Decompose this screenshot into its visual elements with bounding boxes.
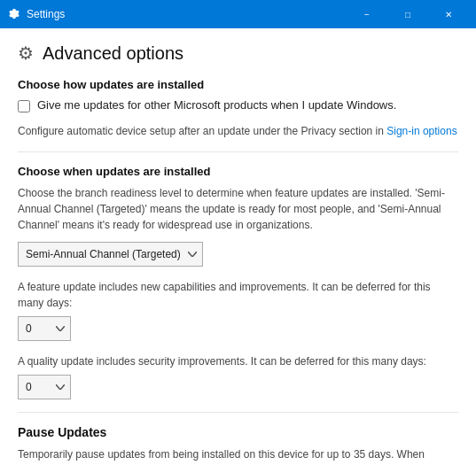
how-updates-heading: Choose how updates are installed <box>18 78 458 91</box>
when-updates-description: Choose the branch readiness level to det… <box>18 185 458 233</box>
privacy-info-text: Configure automatic device setup after a… <box>18 123 458 139</box>
page-title-row: ⚙ Advanced options <box>18 43 458 64</box>
minimize-button[interactable]: − <box>347 0 387 28</box>
titlebar-text: Settings <box>27 8 65 20</box>
quality-defer-label: A quality update includes security impro… <box>18 353 458 369</box>
microsoft-products-label: Give me updates for other Microsoft prod… <box>37 98 396 112</box>
when-updates-section: Choose when updates are installed Choose… <box>18 165 458 399</box>
microsoft-products-checkbox[interactable] <box>18 100 30 112</box>
feature-defer-dropdown[interactable]: 0 30 60 90 <box>18 316 71 341</box>
close-button[interactable]: ✕ <box>428 0 469 28</box>
page-title: Advanced options <box>43 43 183 64</box>
feature-defer-label: A feature update includes new capabiliti… <box>18 279 458 311</box>
divider-1 <box>18 151 458 152</box>
main-content: ⚙ Advanced options Choose how updates ar… <box>0 28 476 465</box>
feature-defer-row: A feature update includes new capabiliti… <box>18 279 458 341</box>
window-controls: − □ ✕ <box>347 0 469 28</box>
pause-updates-heading: Pause Updates <box>18 425 458 439</box>
channel-dropdown[interactable]: Semi-Annual Channel (Targeted) Semi-Annu… <box>18 242 203 267</box>
quality-defer-dropdown[interactable]: 0 7 14 21 <box>18 375 71 399</box>
pause-updates-section: Pause Updates Temporarily pause updates … <box>18 425 458 465</box>
settings-window-icon <box>7 7 21 21</box>
privacy-info-prefix: Configure automatic device setup after a… <box>18 125 386 137</box>
gear-icon: ⚙ <box>18 43 34 64</box>
pause-updates-description: Temporarily pause updates from being ins… <box>18 446 458 465</box>
sign-in-options-link[interactable]: Sign-in options <box>386 125 456 137</box>
divider-2 <box>18 412 458 413</box>
channel-dropdown-wrapper: Semi-Annual Channel (Targeted) Semi-Annu… <box>18 242 458 267</box>
when-updates-heading: Choose when updates are installed <box>18 165 458 178</box>
titlebar: Settings − □ ✕ <box>0 0 476 28</box>
quality-defer-row: A quality update includes security impro… <box>18 353 458 399</box>
maximize-button[interactable]: □ <box>387 0 428 28</box>
microsoft-products-checkbox-row: Give me updates for other Microsoft prod… <box>18 98 458 112</box>
how-updates-section: Choose how updates are installed Give me… <box>18 78 458 139</box>
